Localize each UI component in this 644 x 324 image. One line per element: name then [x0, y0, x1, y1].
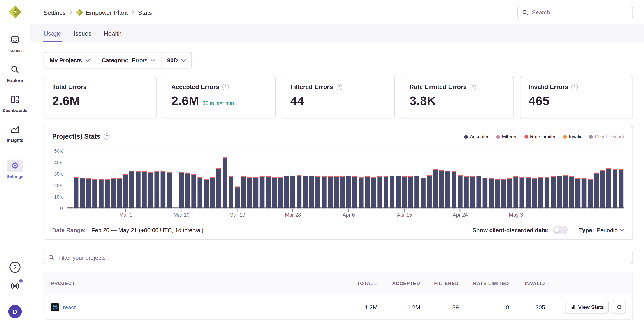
bars: [67, 143, 624, 208]
bar-slot: [420, 143, 426, 208]
sidebar-item-label: Explore: [7, 78, 23, 83]
bar: [260, 176, 264, 208]
rate-limited-cap: [266, 176, 270, 177]
org-logo-icon: [76, 9, 83, 16]
x-tick-label: Mar 19: [229, 212, 245, 218]
breadcrumb-org[interactable]: Empower Plant: [76, 9, 128, 16]
sidebar-item-settings[interactable]: ⚙ Settings: [6, 160, 24, 179]
bar-slot: [364, 143, 370, 208]
bar: [303, 175, 308, 208]
chevron-down-icon: [151, 59, 156, 62]
broadcasts-icon[interactable]: [10, 281, 20, 291]
x-tick-mark: [181, 209, 182, 212]
client-discard-toggle[interactable]: [553, 226, 568, 234]
breadcrumb-settings[interactable]: Settings: [44, 9, 66, 16]
rate-limited-cap: [514, 176, 518, 177]
type-selector[interactable]: Type: Periodic: [579, 227, 624, 233]
bar-slot: [184, 143, 191, 208]
search-input[interactable]: [531, 8, 628, 16]
sidebar-item-issues[interactable]: Issues: [6, 33, 24, 53]
col-rate-limited: RATE LIMITED: [459, 281, 509, 286]
rate-limited-cap: [563, 175, 568, 176]
x-tick-mark: [126, 209, 126, 212]
bar-slot: [178, 143, 184, 208]
rate-limited-cap: [105, 179, 110, 180]
rate-limited-cap: [544, 177, 549, 178]
bar: [136, 171, 140, 208]
col-filtered: FILTERED: [420, 281, 458, 286]
bar-slot: [135, 143, 141, 208]
legend-rate-limited[interactable]: Rate Limited: [524, 134, 556, 139]
rate-limited-cap: [520, 177, 524, 178]
project-settings-button[interactable]: ⚙: [613, 301, 626, 313]
bar-slot: [451, 143, 457, 208]
x-tick-label: Mar 10: [174, 212, 190, 218]
bar-slot: [506, 143, 513, 208]
bar: [408, 176, 413, 208]
tab-usage[interactable]: Usage: [44, 25, 61, 42]
cell-rate-limited: 0: [459, 304, 509, 310]
bar-slot: [395, 143, 401, 208]
project-selector[interactable]: My Projects: [44, 52, 96, 68]
bar: [359, 177, 364, 208]
bar: [266, 176, 270, 208]
sidebar-item-label: Insights: [7, 138, 24, 143]
bar-slot: [98, 143, 104, 208]
bar-slot: [376, 143, 383, 208]
question-circle-icon[interactable]: ?: [222, 84, 229, 90]
project-filter-input[interactable]: [58, 254, 628, 261]
rate-limited-cap: [446, 171, 450, 172]
bar-slot: [612, 143, 618, 208]
bar-slot: [222, 143, 228, 208]
question-circle-icon[interactable]: ?: [104, 133, 110, 140]
legend-filtered[interactable]: Filtered: [496, 134, 518, 139]
category-selector[interactable]: Category: Errors: [96, 52, 161, 68]
rate-limited-cap: [439, 170, 444, 171]
bar: [582, 178, 586, 208]
cell-total: 1.2M: [333, 304, 378, 310]
bar-slot: [321, 143, 327, 208]
sentry-org-logo[interactable]: [8, 5, 22, 19]
col-total-sort[interactable]: TOTAL↓: [333, 281, 378, 286]
react-platform-icon: [51, 303, 59, 311]
bar-slot: [482, 143, 488, 208]
sidebar-item-insights[interactable]: Insights: [6, 123, 24, 143]
bar: [569, 176, 574, 208]
tab-issues[interactable]: Issues: [74, 25, 92, 42]
rate-limited-cap: [452, 171, 456, 172]
legend-client-discard[interactable]: Client Discard: [589, 134, 624, 139]
tab-health[interactable]: Health: [104, 25, 122, 42]
rate-limited-cap: [148, 172, 153, 173]
view-stats-button[interactable]: View Stats: [566, 301, 609, 313]
bar-slot: [426, 143, 432, 208]
bar: [619, 169, 624, 208]
bar: [613, 169, 618, 208]
sidebar: Issues Explore Dashboards: [0, 0, 30, 324]
legend-accepted[interactable]: Accepted: [464, 134, 490, 139]
question-circle-icon[interactable]: ?: [470, 84, 476, 90]
legend-invalid[interactable]: Invalid: [563, 134, 583, 139]
rate-limited-cap: [74, 177, 78, 178]
bar-slot: [532, 143, 538, 208]
bar: [241, 176, 246, 208]
bar: [365, 176, 370, 208]
rate-limited-cap: [210, 177, 215, 178]
user-avatar[interactable]: D: [8, 305, 22, 318]
bar-slot: [618, 143, 624, 208]
bar-slot: [73, 143, 79, 208]
bar-slot: [550, 143, 556, 208]
sidebar-item-explore[interactable]: Explore: [6, 63, 24, 83]
rate-limited-cap: [142, 171, 147, 172]
bar-slot: [587, 143, 593, 208]
period-selector[interactable]: 90D: [161, 52, 191, 68]
bar-slot: [432, 143, 438, 208]
bar-slot: [234, 143, 240, 208]
rate-limited-cap: [117, 178, 122, 179]
help-icon[interactable]: ?: [10, 262, 20, 273]
bar-chart: 010K20K30K40K50K: [44, 140, 632, 208]
project-link[interactable]: react: [63, 304, 76, 310]
sidebar-item-dashboards[interactable]: Dashboards: [3, 93, 28, 113]
question-circle-icon[interactable]: ?: [571, 84, 578, 90]
question-circle-icon[interactable]: ?: [336, 84, 342, 90]
topbar: Settings Empower Plant Stats: [30, 0, 644, 25]
